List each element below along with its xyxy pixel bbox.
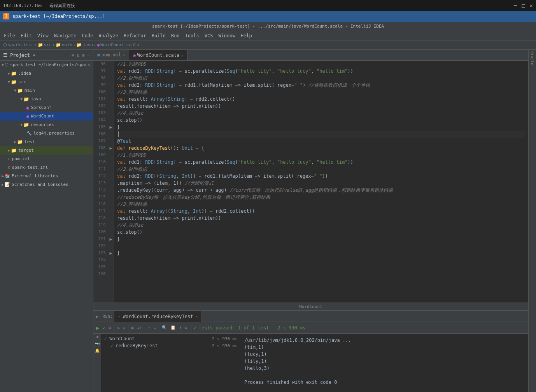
menu-run[interactable]: Run [169, 32, 182, 39]
minimize-btn[interactable]: ─ [514, 2, 517, 9]
fold-126[interactable] [108, 271, 114, 278]
menu-tools[interactable]: Tools [183, 32, 201, 39]
tree-item-external[interactable]: ▶ 📚 External Libraries [0, 172, 93, 180]
fold-112[interactable] [108, 173, 114, 180]
run-gutter-108[interactable]: ▶ [108, 145, 114, 152]
fold-96[interactable] [108, 61, 114, 68]
fold-121[interactable]: ▶ [108, 236, 114, 243]
fold-116[interactable] [108, 201, 114, 208]
breadcrumb-java[interactable]: java [82, 42, 93, 47]
run-tab-active[interactable]: ✓ WordCount.reduceByKeyTest ✕ [114, 311, 202, 322]
menu-window[interactable]: Window [216, 32, 237, 39]
tree-item-test[interactable]: ▶ 📁 test [0, 138, 93, 146]
menu-code[interactable]: Code [80, 32, 96, 39]
fold-110[interactable] [108, 159, 114, 166]
tree-item-java[interactable]: ▼ 📁 java [0, 95, 93, 103]
fold-104[interactable] [108, 117, 114, 124]
right-icon-1[interactable]: Gradle [530, 51, 534, 65]
run-expand-btn[interactable]: ≡ [130, 324, 135, 331]
close-btn[interactable]: ✕ [530, 2, 533, 9]
menu-build[interactable]: Build [149, 32, 168, 39]
menu-analyze[interactable]: Analyze [96, 32, 121, 39]
fold-114[interactable] [108, 187, 114, 194]
tree-item-scratches[interactable]: ▶ 📝 Scratches and Consoles [0, 180, 93, 189]
breadcrumb-spark[interactable]: spark-test [8, 42, 33, 47]
fold-113[interactable] [108, 180, 114, 187]
run-down-btn[interactable]: ↓ [152, 324, 158, 331]
fold-124[interactable] [108, 257, 114, 264]
gutter-119: 119 [93, 222, 114, 229]
run-copy-btn[interactable]: 📋 [169, 324, 177, 331]
tree-item-spark-test[interactable]: ▼ ⬡ spark-test ~/IdeaProjects/spark-test [0, 61, 93, 69]
run-up-btn[interactable]: ↑ [147, 324, 152, 331]
fold-119[interactable] [108, 222, 114, 229]
breadcrumb-src[interactable]: src [44, 42, 52, 47]
fold-125[interactable] [108, 264, 114, 271]
fold-100[interactable] [108, 89, 114, 96]
tree-item-src[interactable]: ▼ 📁 src [0, 78, 93, 86]
breadcrumb-file[interactable]: WordCount.scala [100, 42, 139, 47]
menu-vcs[interactable]: VCS [202, 32, 215, 39]
menu-navigate[interactable]: Navigate [52, 32, 79, 39]
run-side-icon1[interactable]: ▶ [95, 335, 99, 340]
tree-item-idea[interactable]: ▶ 📁 .idea [0, 69, 93, 78]
run-sort-btn[interactable]: ⇅ [116, 324, 121, 331]
run-search-btn[interactable]: 🔍 [161, 324, 168, 331]
run-side-icon3[interactable]: 🔔 [95, 348, 100, 353]
run-play-btn[interactable]: ▶ [95, 324, 100, 332]
fold-118[interactable] [108, 215, 114, 222]
menu-refactor[interactable]: Refactor [121, 32, 149, 39]
fold-120[interactable] [108, 229, 114, 236]
fold-103[interactable] [108, 110, 114, 117]
tab-wordcount[interactable]: ◉ WordCount.scala ✕ [129, 50, 187, 60]
run-side-icon2[interactable]: 📷 [95, 342, 100, 346]
fold-98[interactable] [108, 75, 114, 82]
run-collapse-btn[interactable]: ↓↑ [136, 324, 143, 331]
fold-97[interactable] [108, 68, 114, 75]
run-tree: ✓ WordCount 2 s 930 ms ✓ reduceByKeyTest… [101, 334, 241, 392]
run-export-btn[interactable]: ⬆ [178, 324, 183, 331]
ln-97: 97 [93, 68, 108, 75]
fold-111[interactable] [108, 166, 114, 173]
fold-107[interactable] [108, 138, 114, 145]
tab-pomxml[interactable]: m pom.xml ✕ [93, 50, 129, 60]
fold-106[interactable] [108, 131, 114, 138]
run-rerun-btn[interactable]: ✓ [101, 324, 106, 331]
fold-115[interactable] [108, 194, 114, 201]
breadcrumb-main[interactable]: main [62, 42, 72, 47]
run-sort2-btn[interactable]: ↕ [122, 324, 127, 331]
fold-123[interactable]: ▶ [108, 250, 114, 257]
code-lines[interactable]: //1.创建RDD val rdd1: RDD[String] = sc.par… [114, 61, 528, 303]
menu-help[interactable]: Help [238, 32, 254, 39]
fold-99[interactable] [108, 82, 114, 89]
menu-edit[interactable]: Edit [18, 32, 34, 39]
run-settings-btn[interactable]: ⚙ [184, 324, 189, 331]
tree-item-sparkiml[interactable]: ⚙ spark-test.iml [0, 163, 93, 172]
maximize-btn[interactable]: □ [522, 2, 525, 9]
settings-icon[interactable]: ⚙ [82, 52, 85, 58]
fold-109[interactable] [108, 152, 114, 159]
tree-item-sprkconf[interactable]: ◉ SprkConf [0, 103, 93, 112]
tree-item-main[interactable]: ▼ 📁 main [0, 86, 93, 95]
tree-item-resources[interactable]: ▼ 📁 resources [0, 121, 93, 129]
fold-105[interactable]: ▶ [108, 124, 114, 131]
run-tree-wordcount[interactable]: ✓ WordCount 2 s 930 ms [101, 335, 241, 342]
run-stop-btn[interactable]: ⊘ [107, 324, 112, 331]
run-tree-reducebykeytest[interactable]: ✓ reduceByKeyTest 2 s 930 ms [101, 342, 241, 349]
close-sidebar-icon[interactable]: ─ [87, 52, 90, 58]
fold-122[interactable] [108, 243, 114, 250]
menu-file[interactable]: File [2, 32, 18, 39]
tree-item-target[interactable]: ▶ 📁 target [0, 146, 93, 155]
fold-101[interactable] [108, 96, 114, 103]
tab-wordcount-close[interactable]: ✕ [181, 53, 183, 58]
fold-102[interactable] [108, 103, 114, 110]
locate-icon[interactable]: ⊕ [72, 52, 74, 58]
run-tab-close[interactable]: ✕ [195, 314, 198, 318]
expand-icon[interactable]: ⇅ [77, 52, 79, 58]
tree-item-wordcount[interactable]: ◉ WordCount [0, 112, 93, 121]
fold-117[interactable] [108, 208, 114, 215]
menu-view[interactable]: View [35, 32, 51, 39]
tree-item-pomxml[interactable]: m pom.xml [0, 155, 93, 163]
tree-item-log4j[interactable]: 🔧 log4j.properties [0, 129, 93, 138]
tab-pomxml-close[interactable]: ✕ [123, 53, 125, 57]
